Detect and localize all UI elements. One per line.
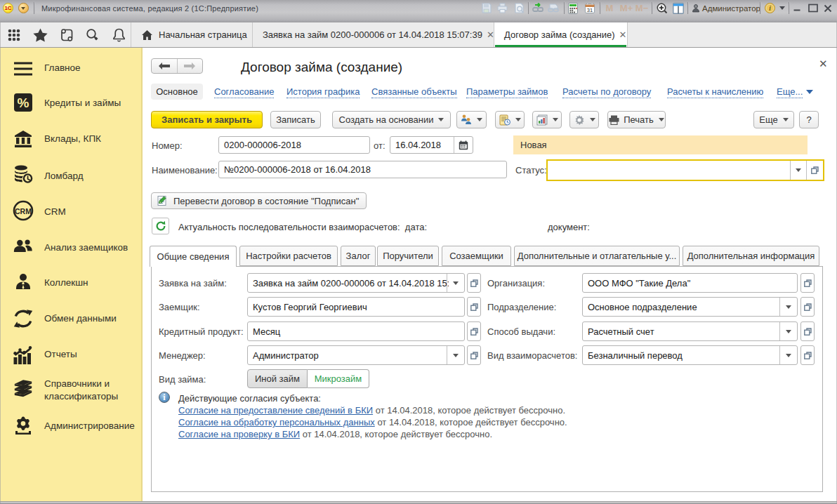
- svg-text:CRM: CRM: [15, 207, 32, 215]
- svg-text:i: i: [769, 5, 771, 12]
- svg-text:%: %: [18, 95, 29, 110]
- svg-text:31: 31: [586, 7, 592, 13]
